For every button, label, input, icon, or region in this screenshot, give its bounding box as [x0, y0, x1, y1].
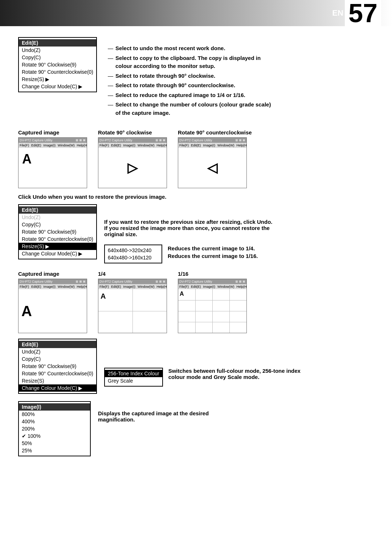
edit-menu-3: Edit(E) Undo(Z) Copy(C) Rotate 90° Clock…: [18, 339, 97, 394]
menu-item-resize-2[interactable]: Resize(S): [19, 243, 96, 250]
menu-item-undo[interactable]: Undo(Z): [19, 47, 96, 54]
desc-text-1: Select to undo the most recent work done…: [115, 44, 225, 53]
resize-desc-1: Reduces the current image to 1/4.: [168, 245, 258, 251]
menu-item-undo-2[interactable]: Undo(Z): [19, 214, 96, 221]
menu-item-colour-3[interactable]: Change Colour Mode(C): [19, 384, 96, 392]
menu-item-rotate-cw-3[interactable]: Rotate 90° Clockwise(9): [19, 363, 96, 370]
win-menubar-1: File(F) Edit(E) Image(I) Window(W) Help(…: [19, 143, 87, 148]
resize-undo-desc: If you want to restore the previous size…: [104, 219, 272, 237]
descriptions-1: — Select to undo the most recent work do…: [108, 37, 374, 118]
colour-submenu: 256-Tone Index Colour Grey Scale: [104, 368, 163, 387]
menu-header-2: Edit(E): [19, 206, 96, 214]
desc-line-2: — Select to copy to the clipboard. The c…: [108, 54, 374, 70]
win-content-a: A: [19, 148, 87, 188]
screenshot-resize-sixteenth: 1/16 DV-PT2 Capture Utility _ □ × File(F…: [178, 271, 247, 333]
menu-item-rotate-ccw-2[interactable]: Rotate 90° Counterclockwise(0): [19, 235, 96, 243]
win-titlebar-3: DV-PT2 Capture Utility _ □ ×: [178, 138, 246, 143]
menu-item-copy-3[interactable]: Copy(C): [19, 355, 96, 363]
menu-item-200[interactable]: 200%: [19, 425, 90, 432]
win-box-5: DV-PT2 Capture Utility _ □ × File(F) Edi…: [98, 279, 167, 333]
screenshot-label-2: Rotate 90° clockwise: [98, 129, 152, 136]
screenshot-resize-orig: Captured image DV-PT2 Capture Utility _ …: [18, 271, 87, 333]
desc-text-4: Select to rotate through 90° countercloc…: [115, 81, 235, 90]
image-desc: Displays the captured image at the desir…: [98, 401, 243, 423]
menu-header-image: Image(I): [19, 403, 90, 411]
menu-box-1: Edit(E) Undo(Z) Copy(C) Rotate 90° Clock…: [18, 37, 97, 92]
submenu-grey-scale[interactable]: Grey Scale: [105, 377, 162, 384]
image-menu: Image(I) 800% 400% 200% ✔ 100% 50% 25%: [18, 401, 91, 456]
resize-submenu: 640x480->320x240 640x480->160x120: [104, 245, 162, 263]
menu-item-resize-3[interactable]: Resize(S): [19, 377, 96, 384]
screenshot-label-6: 1/16: [178, 271, 188, 277]
menu-box-2: Edit(E) Undo(Z) Copy(C) Rotate 90° Clock…: [18, 204, 97, 259]
menu-item-rotate-ccw-3[interactable]: Rotate 90° Counterclockwise(0): [19, 370, 96, 377]
section-edit-2: Edit(E) Undo(Z) Copy(C) Rotate 90° Clock…: [18, 204, 374, 263]
win-titlebar-1: DV-PT2 Capture Utility _ □ ×: [19, 138, 87, 143]
colour-section: 256-Tone Index Colour Grey Scale Switche…: [104, 339, 306, 387]
menu-item-copy-2[interactable]: Copy(C): [19, 221, 96, 228]
win-content-ccw: ◁: [178, 148, 246, 188]
screenshot-captured: Captured image DV-PT2 Capture Utility _ …: [18, 129, 87, 188]
win-box-3: DV-PT2 Capture Utility _ □ × File(F) Edi…: [178, 137, 247, 188]
menu-item-colour[interactable]: Change Colour Mode(C): [19, 83, 96, 90]
screenshot-rotate-cw: Rotate 90° clockwise DV-PT2 Capture Util…: [98, 129, 167, 188]
menu-box-image: Image(I) 800% 400% 200% ✔ 100% 50% 25%: [18, 401, 91, 456]
screenshot-label-1: Captured image: [18, 129, 59, 136]
submenu-resize-2[interactable]: 640x480->160x120: [105, 254, 162, 261]
desc-line-3: — Select to rotate through 90° clockwise…: [108, 72, 374, 80]
screenshots-row-2: Captured image DV-PT2 Capture Utility _ …: [18, 271, 374, 333]
edit-menu-2: Edit(E) Undo(Z) Copy(C) Rotate 90° Clock…: [18, 204, 97, 259]
desc-text-5: Select to reduce the captured image to 1…: [115, 91, 245, 100]
undo-note: Click Undo when you want to restore the …: [18, 194, 374, 200]
section-edit-3: Edit(E) Undo(Z) Copy(C) Rotate 90° Clock…: [18, 339, 374, 394]
submenu-256-tone[interactable]: 256-Tone Index Colour: [105, 370, 162, 377]
win-content-cw: ▷: [98, 148, 167, 188]
menu-box-3: Edit(E) Undo(Z) Copy(C) Rotate 90° Clock…: [18, 339, 97, 394]
screenshot-label-4: Captured image: [18, 271, 59, 277]
menu-item-colour-2[interactable]: Change Colour Mode(C): [19, 250, 96, 257]
win-box-6: DV-PT2 Capture Utility _ □ × File(F) Edi…: [178, 279, 247, 333]
submenu-resize-1[interactable]: 640x480->320x240: [105, 247, 162, 254]
menu-item-rotate-ccw[interactable]: Rotate 90° Counterclockwise(0): [19, 68, 96, 76]
section-edit-1: Edit(E) Undo(Z) Copy(C) Rotate 90° Clock…: [18, 37, 374, 118]
menu-item-resize[interactable]: Resize(S): [19, 76, 96, 83]
win-titlebar-2: DV-PT2 Capture Utility _ □ ×: [98, 138, 167, 143]
en-label: EN: [332, 8, 343, 18]
desc-text-6: Select to change the number of colours (…: [115, 101, 271, 117]
desc-text-2: Select to copy to the clipboard. The cop…: [115, 54, 261, 70]
desc-line-6: — Select to change the number of colours…: [108, 101, 374, 117]
win-box-2: DV-PT2 Capture Utility _ □ × File(F) Edi…: [98, 137, 167, 188]
screenshot-label-3: Rotate 90° counterclockwise: [178, 129, 252, 136]
menu-header-1: Edit(E): [19, 39, 96, 47]
resize-desc-2: Reduces the current image to 1/16.: [168, 253, 258, 259]
menu-item-undo-3[interactable]: Undo(Z): [19, 348, 96, 355]
section-image: Image(I) 800% 400% 200% ✔ 100% 50% 25% D…: [18, 401, 374, 456]
win-menubar-3: File(F) Edit(E) Image(I) Window(W) Help(…: [178, 143, 246, 148]
page-number: 57: [345, 0, 381, 26]
desc-line-5: — Select to reduce the captured image to…: [108, 91, 374, 100]
image-section: Image(I) 800% 400% 200% ✔ 100% 50% 25% D…: [18, 401, 374, 456]
desc-text-3: Select to rotate through 90° clockwise.: [115, 72, 215, 80]
menu-item-50[interactable]: 50%: [19, 440, 90, 447]
win-box-4: DV-PT2 Capture Utility _ □ × File(F) Edi…: [18, 279, 87, 333]
menu-header-3: Edit(E): [19, 341, 96, 348]
screenshots-row-1: Captured image DV-PT2 Capture Utility _ …: [18, 129, 374, 188]
desc-line-4: — Select to rotate through 90° countercl…: [108, 81, 374, 90]
win-menubar-2: File(F) Edit(E) Image(I) Window(W) Help(…: [98, 143, 167, 148]
resize-section: If you want to restore the previous size…: [104, 204, 272, 263]
screenshot-label-5: 1/4: [98, 271, 106, 277]
menu-item-rotate-cw-2[interactable]: Rotate 90° Clockwise(9): [19, 228, 96, 235]
menu-item-copy[interactable]: Copy(C): [19, 54, 96, 61]
resize-submenu-row: 640x480->320x240 640x480->160x120 Reduce…: [104, 245, 272, 263]
desc-line-1: — Select to undo the most recent work do…: [108, 44, 374, 53]
menu-item-25[interactable]: 25%: [19, 447, 90, 454]
menu-item-100[interactable]: ✔ 100%: [19, 432, 90, 440]
edit-menu-1: Edit(E) Undo(Z) Copy(C) Rotate 90° Clock…: [18, 37, 97, 92]
win-box-1: DV-PT2 Capture Utility _ □ × File(F) Edi…: [18, 137, 87, 188]
menu-item-800[interactable]: 800%: [19, 411, 90, 418]
menu-item-400[interactable]: 400%: [19, 418, 90, 425]
screenshot-resize-quarter: 1/4 DV-PT2 Capture Utility _ □ × File(F)…: [98, 271, 167, 333]
page-header: EN 57: [0, 0, 392, 26]
colour-desc: Switches between full-colour mode, 256-t…: [168, 368, 306, 380]
menu-item-rotate-cw[interactable]: Rotate 90° Clockwise(9): [19, 61, 96, 68]
